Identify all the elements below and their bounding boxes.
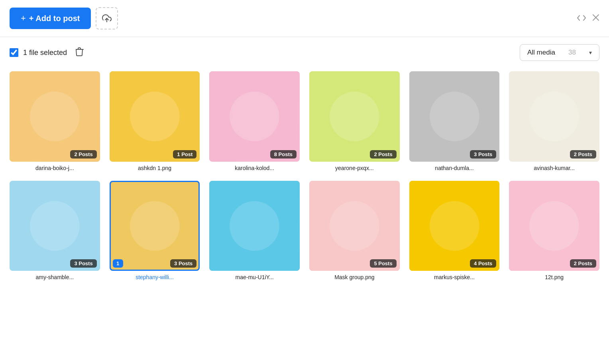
header: + + Add to post [0,0,609,37]
toolbar: 1 file selected All media 38 ▾ [0,37,609,68]
upload-icon [102,14,112,23]
media-image-nathan [409,71,500,162]
select-all-checkbox[interactable] [10,48,18,57]
posts-count-badge: 2 Posts [70,150,96,159]
svg-point-18 [130,201,180,251]
media-item-darina[interactable]: 2 Postsdarina-boiko-j... [10,71,100,171]
media-item-yearone[interactable]: 2 Postsyearone-pxqx... [309,71,400,171]
media-image-12t [509,181,599,271]
close-button[interactable] [592,14,599,23]
media-image-amy [10,181,100,271]
media-thumb-markus[interactable]: 4 Posts [409,181,500,271]
delete-icon [75,47,84,57]
media-grid: 2 Postsdarina-boiko-j...1 Postashkdn 1.p… [0,68,609,293]
media-filename-stephany: stephany-willi... [110,274,200,280]
media-item-mask[interactable]: 5 PostsMask group.png [309,181,400,281]
posts-count-badge: 2 Posts [570,259,596,268]
media-item-ashkdn[interactable]: 1 Postashkdn 1.png [110,71,200,171]
posts-count-badge: 3 Posts [470,150,496,159]
media-thumb-karolina[interactable]: 8 Posts [209,71,300,162]
media-filename-mask: Mask group.png [309,274,400,280]
media-filename-maemu: mae-mu-U1iY... [209,274,300,280]
media-item-markus[interactable]: 4 Postsmarkus-spiske... [409,181,500,281]
media-filename-markus: markus-spiske... [409,274,500,280]
media-item-12t[interactable]: 2 Posts12t.png [509,181,599,281]
media-image-avinash [509,71,599,162]
media-image-stephany [110,181,200,271]
media-image-yearone [309,71,400,162]
svg-point-6 [130,92,180,141]
svg-point-14 [529,92,579,141]
media-filename-nathan: nathan-dumla... [409,165,500,171]
header-actions [577,14,599,23]
media-filename-karolina: karolina-kolod... [209,165,300,171]
media-thumb-ashkdn[interactable]: 1 Post [110,71,200,162]
posts-count-badge: 5 Posts [370,259,396,268]
media-thumb-avinash[interactable]: 2 Posts [509,71,599,162]
svg-point-12 [430,92,479,141]
chevron-down-icon: ▾ [589,49,592,56]
posts-count-badge: 8 Posts [270,150,297,159]
code-icon [577,15,586,21]
posts-count-badge: 3 Posts [70,259,96,268]
media-filter: All media 38 ▾ [520,44,599,61]
media-filename-12t: 12t.png [509,274,599,280]
upload-button[interactable] [96,7,118,29]
media-image-mask [309,181,400,271]
media-filename-amy: amy-shamble... [10,274,100,280]
media-thumb-darina[interactable]: 2 Posts [10,71,100,162]
selected-label: 1 file selected [23,49,67,57]
dropdown-label: All media [527,49,555,57]
posts-count-badge: 1 Post [173,150,196,159]
media-thumb-mask[interactable]: 5 Posts [309,181,400,271]
svg-point-4 [30,92,80,141]
media-thumb-nathan[interactable]: 3 Posts [409,71,500,162]
select-number-badge: 1 [113,259,123,268]
media-thumb-maemu[interactable] [209,181,300,271]
media-item-nathan[interactable]: 3 Postsnathan-dumla... [409,71,500,171]
add-to-post-label: + Add to post [29,14,80,23]
svg-point-10 [330,92,379,141]
media-image-darina [10,71,100,162]
svg-point-24 [430,201,479,251]
plus-icon: + [21,13,26,23]
media-item-amy[interactable]: 3 Postsamy-shamble... [10,181,100,281]
dropdown-count: 38 [568,49,576,57]
media-item-karolina[interactable]: 8 Postskarolina-kolod... [209,71,300,171]
media-item-avinash[interactable]: 2 Postsavinash-kumar... [509,71,599,171]
svg-point-22 [330,201,379,251]
posts-count-badge: 3 Posts [170,259,196,268]
media-dropdown-button[interactable]: All media 38 ▾ [520,44,599,61]
svg-point-20 [230,201,279,251]
media-item-stephany[interactable]: 13 Postsstephany-willi... [110,181,200,281]
media-thumb-stephany[interactable]: 13 Posts [110,181,200,271]
close-icon [592,14,599,21]
media-item-maemu[interactable]: mae-mu-U1iY... [209,181,300,281]
media-thumb-amy[interactable]: 3 Posts [10,181,100,271]
svg-point-26 [529,201,579,251]
media-thumb-yearone[interactable]: 2 Posts [309,71,400,162]
media-thumb-12t[interactable]: 2 Posts [509,181,599,271]
svg-point-8 [230,92,279,141]
media-filename-darina: darina-boiko-j... [10,165,100,171]
svg-point-16 [30,201,80,251]
posts-count-badge: 2 Posts [570,150,596,159]
media-filename-yearone: yearone-pxqx... [309,165,400,171]
posts-count-badge: 4 Posts [470,259,496,268]
media-image-karolina [209,71,300,162]
delete-button[interactable] [72,45,87,60]
media-filename-avinash: avinash-kumar... [509,165,599,171]
media-image-markus [409,181,500,271]
media-filename-ashkdn: ashkdn 1.png [110,165,200,171]
posts-count-badge: 2 Posts [370,150,396,159]
media-image-maemu [209,181,300,271]
add-to-post-button[interactable]: + + Add to post [10,8,91,29]
media-image-ashkdn [110,71,200,162]
code-button[interactable] [577,14,586,23]
